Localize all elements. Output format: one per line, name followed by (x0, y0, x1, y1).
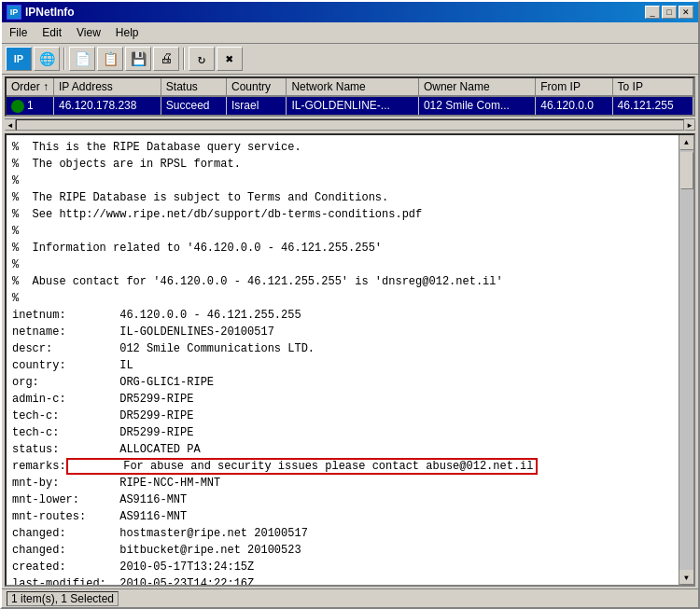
cell-country: Israel (226, 96, 286, 115)
app-icon: IP (7, 5, 21, 20)
text-line: status: ALLOCATED PA (12, 441, 673, 458)
text-line: country: IL (12, 357, 673, 374)
text-line: descr: 012 Smile Communications LTD. (12, 340, 673, 357)
text-line: org: ORG-GLIC1-RIPE (12, 374, 673, 391)
text-line: % (12, 256, 673, 273)
col-to[interactable]: To IP (612, 78, 693, 96)
col-owner[interactable]: Owner Name (418, 78, 535, 96)
status-panel: 1 item(s), 1 Selected (7, 591, 119, 606)
text-line: % (12, 223, 673, 240)
ip-table-container: Order ↑ IP Address Status Country Networ… (5, 76, 695, 117)
text-content: % This is the RIPE Database query servic… (7, 135, 679, 585)
print-button[interactable]: 🖨 (153, 47, 179, 71)
stop-button[interactable]: ✖ (217, 47, 243, 71)
text-line: netname: IL-GOLDENLINES-20100517 (12, 324, 673, 340)
menu-edit[interactable]: Edit (35, 24, 69, 41)
cell-to: 46.121.255 (612, 96, 693, 115)
toolbar: IP 🌐 📄 📋 💾 🖨 ↻ ✖ (2, 44, 698, 75)
copy-button[interactable]: 📋 (97, 47, 123, 71)
text-line: % (12, 173, 673, 189)
ip-table: Order ↑ IP Address Status Country Networ… (7, 78, 693, 115)
main-window: IP IPNetInfo _ □ ✕ File Edit View Help I… (0, 0, 700, 609)
status-text: 1 item(s), 1 Selected (11, 592, 114, 605)
cell-owner: 012 Smile Com... (418, 96, 535, 115)
scroll-right-button[interactable]: ► (684, 119, 695, 131)
text-line: % Abuse contact for '46.120.0.0 - 46.121… (12, 273, 673, 290)
text-line: mnt-routes: AS9116-MNT (12, 508, 673, 525)
text-line: mnt-lower: AS9116-MNT (12, 491, 673, 508)
table-h-scrollbar[interactable]: ◄ ► (5, 118, 695, 131)
cell-order: 1 (7, 96, 54, 115)
text-line: tech-c: DR5299-RIPE (12, 424, 673, 441)
col-country[interactable]: Country (226, 78, 286, 96)
refresh-button[interactable]: ↻ (189, 47, 215, 71)
text-line: last-modified: 2010-05-23T14:22:16Z (12, 575, 673, 585)
menu-bar: File Edit View Help (2, 22, 698, 44)
menu-file[interactable]: File (2, 24, 35, 41)
ip-lookup-button[interactable]: IP (6, 47, 32, 71)
text-line: changed: hostmaster@ripe.net 20100517 (12, 525, 673, 542)
text-line: remarks: For abuse and security issues p… (12, 458, 673, 475)
col-ip[interactable]: IP Address (54, 78, 161, 96)
col-status[interactable]: Status (161, 78, 226, 96)
scroll-up-button[interactable]: ▲ (679, 135, 694, 150)
text-line: % The RIPE Database is subject to Terms … (12, 189, 673, 206)
minimize-button[interactable]: _ (645, 6, 660, 19)
save-button[interactable]: 💾 (125, 47, 151, 71)
text-line: mnt-by: RIPE-NCC-HM-MNT (12, 475, 673, 491)
title-bar-left: IP IPNetInfo (7, 5, 75, 20)
table-row[interactable]: 1 46.120.178.238 Succeed Israel IL-GOLDE… (7, 96, 693, 115)
scroll-track[interactable] (679, 150, 694, 570)
cell-status: Succeed (161, 96, 226, 115)
text-area-container: % This is the RIPE Database query servic… (5, 133, 695, 587)
h-scroll-track[interactable] (16, 119, 684, 131)
status-bar: 1 item(s), 1 Selected (2, 588, 698, 607)
text-line: % (12, 290, 673, 307)
text-line: % The objects are in RPSL format. (12, 156, 673, 173)
text-line: % This is the RIPE Database query servic… (12, 139, 673, 156)
window-controls: _ □ ✕ (645, 6, 693, 19)
text-line: inetnum: 46.120.0.0 - 46.121.255.255 (12, 307, 673, 324)
status-icon (11, 100, 24, 113)
remarks-highlight: For abuse and security issues please con… (66, 458, 538, 475)
cell-ip: 46.120.178.238 (54, 96, 161, 115)
menu-view[interactable]: View (69, 24, 108, 41)
text-line: created: 2010-05-17T13:24:15Z (12, 559, 673, 575)
toolbar-separator-2 (183, 48, 185, 70)
scroll-left-button[interactable]: ◄ (5, 119, 16, 131)
document-button[interactable]: 📄 (69, 47, 95, 71)
table-header-row: Order ↑ IP Address Status Country Networ… (7, 78, 693, 96)
globe-button[interactable]: 🌐 (34, 47, 60, 71)
scroll-thumb[interactable] (680, 152, 693, 189)
text-line: % See http://www.ripe.net/db/support/db-… (12, 206, 673, 223)
col-network[interactable]: Network Name (287, 78, 418, 96)
title-bar: IP IPNetInfo _ □ ✕ (2, 2, 698, 22)
cell-from: 46.120.0.0 (536, 96, 612, 115)
scroll-down-button[interactable]: ▼ (679, 570, 694, 585)
cell-network: IL-GOLDENLINE-... (287, 96, 418, 115)
toolbar-separator-1 (63, 48, 65, 70)
menu-help[interactable]: Help (108, 24, 147, 41)
col-order[interactable]: Order ↑ (7, 78, 54, 96)
window-title: IPNetInfo (25, 6, 75, 19)
text-line: admin-c: DR5299-RIPE (12, 391, 673, 408)
maximize-button[interactable]: □ (662, 6, 677, 19)
text-line: tech-c: DR5299-RIPE (12, 408, 673, 424)
v-scrollbar[interactable]: ▲ ▼ (679, 135, 693, 585)
text-line: changed: bitbucket@ripe.net 20100523 (12, 542, 673, 559)
text-line: % Information related to '46.120.0.0 - 4… (12, 240, 673, 256)
col-from[interactable]: From IP (536, 78, 612, 96)
close-button[interactable]: ✕ (679, 6, 693, 19)
